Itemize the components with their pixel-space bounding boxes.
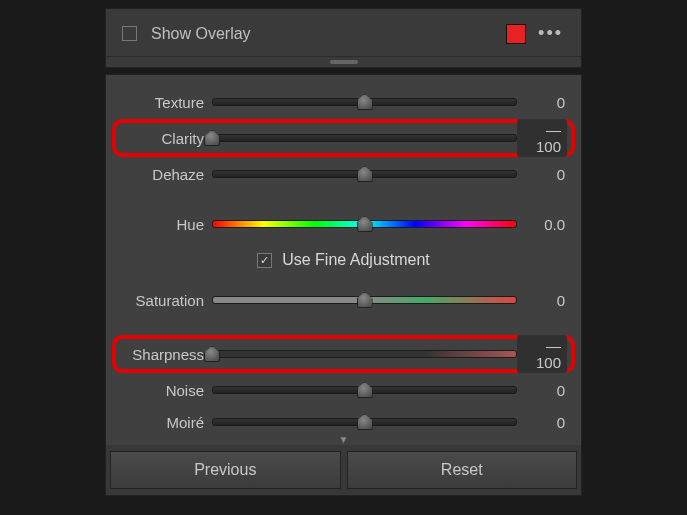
sharpness-value[interactable]: — 100 xyxy=(517,335,567,373)
saturation-value[interactable]: 0 xyxy=(517,292,567,309)
dehaze-label: Dehaze xyxy=(120,166,212,183)
slider-thumb-icon[interactable] xyxy=(357,94,373,110)
clarity-highlight: Clarity — 100 xyxy=(112,119,575,157)
dehaze-slider[interactable] xyxy=(212,163,517,185)
slider-thumb-icon[interactable] xyxy=(357,166,373,182)
reset-button[interactable]: Reset xyxy=(347,451,578,489)
texture-slider[interactable] xyxy=(212,91,517,113)
saturation-label: Saturation xyxy=(120,292,212,309)
panel-grip-icon[interactable] xyxy=(106,57,581,67)
fine-adjust-label: Use Fine Adjustment xyxy=(282,251,430,269)
clarity-label: Clarity xyxy=(120,130,212,147)
moire-slider[interactable] xyxy=(212,411,517,433)
hue-value[interactable]: 0.0 xyxy=(517,216,567,233)
slider-thumb-icon[interactable] xyxy=(357,382,373,398)
clarity-slider[interactable] xyxy=(212,127,517,149)
collapse-arrow-icon[interactable]: ▼ xyxy=(339,434,349,445)
mask-color-swatch[interactable] xyxy=(506,24,526,44)
more-options-icon[interactable]: ••• xyxy=(538,23,563,44)
sharpness-highlight: Sharpness — 100 xyxy=(112,335,575,373)
hue-slider[interactable] xyxy=(212,213,517,235)
show-overlay-label: Show Overlay xyxy=(151,25,506,43)
noise-row: Noise 0 xyxy=(120,375,567,405)
slider-thumb-icon[interactable] xyxy=(357,414,373,430)
show-overlay-checkbox[interactable] xyxy=(122,26,137,41)
hue-label: Hue xyxy=(120,216,212,233)
noise-slider[interactable] xyxy=(212,379,517,401)
slider-thumb-icon[interactable] xyxy=(357,292,373,308)
saturation-row: Saturation 0 xyxy=(120,285,567,315)
footer-buttons: Previous Reset xyxy=(106,445,581,495)
texture-label: Texture xyxy=(120,94,212,111)
header-bar: Show Overlay ••• xyxy=(106,9,581,57)
moire-row: Moiré 0 xyxy=(120,407,567,437)
fine-adjust-row: Use Fine Adjustment xyxy=(120,243,567,277)
slider-thumb-icon[interactable] xyxy=(357,216,373,232)
previous-button[interactable]: Previous xyxy=(110,451,341,489)
adjustments-panel: Texture 0 Clarity — 100 Deha xyxy=(105,74,582,496)
noise-label: Noise xyxy=(120,382,212,399)
dehaze-row: Dehaze 0 xyxy=(120,159,567,189)
saturation-slider[interactable] xyxy=(212,289,517,311)
moire-label: Moiré xyxy=(120,414,212,431)
hue-row: Hue 0.0 xyxy=(120,209,567,239)
texture-row: Texture 0 xyxy=(120,87,567,117)
sharpness-slider[interactable] xyxy=(212,343,517,365)
texture-value[interactable]: 0 xyxy=(517,94,567,111)
brush-header-panel: Show Overlay ••• xyxy=(105,8,582,68)
fine-adjust-checkbox[interactable] xyxy=(257,253,272,268)
noise-value[interactable]: 0 xyxy=(517,382,567,399)
clarity-value[interactable]: — 100 xyxy=(517,119,567,157)
dehaze-value[interactable]: 0 xyxy=(517,166,567,183)
sharpness-label: Sharpness xyxy=(120,346,212,363)
moire-value[interactable]: 0 xyxy=(517,414,567,431)
